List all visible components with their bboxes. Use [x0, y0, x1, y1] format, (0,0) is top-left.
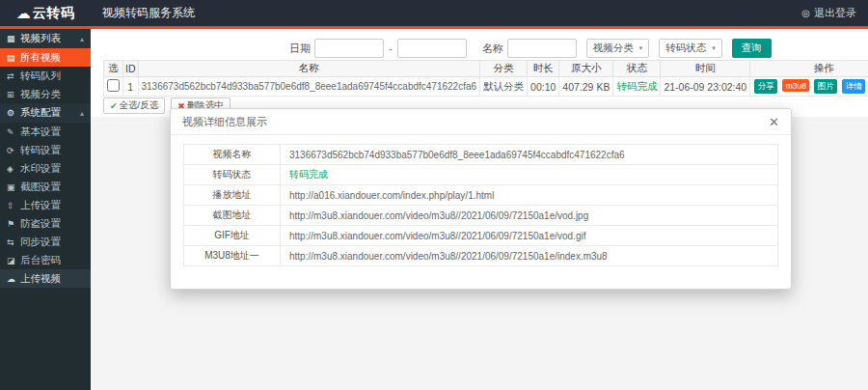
sidebar-item-transcode-queue[interactable]: ⇄ 转码队列	[0, 67, 91, 85]
video-icon: ▦	[7, 34, 20, 43]
video-detail-modal: 视频详细信息展示 ✕ 视频名称 3136673d562bcb74d933ba57…	[170, 108, 792, 290]
date-separator: -	[389, 42, 393, 54]
sidebar-item-label: 所有视频	[20, 51, 84, 65]
name-input[interactable]	[507, 39, 577, 58]
detail-button[interactable]: 详情	[842, 79, 865, 94]
status-select-value: 转码状态	[665, 42, 706, 55]
chevron-up-icon: ▴	[80, 35, 84, 43]
edit-icon: ✎	[7, 127, 20, 137]
detail-label: 转码状态	[184, 165, 281, 185]
detail-row: 播放地址 http://a016.xiandouer.com/index.php…	[184, 185, 778, 206]
sidebar-nav: ▦ 视频列表 ▴ ▤ 所有视频 ⇄ 转码队列 ⊞ 视频分类 ⚙ 系统配置 ▴ ✎…	[0, 29, 91, 390]
sidebar-item-basic-settings[interactable]: ✎ 基本设置	[0, 123, 91, 141]
modal-title: 视频详细信息展示	[182, 115, 267, 129]
detail-row: 截图地址 http://m3u8.xiandouer.com/video/m3u…	[184, 206, 778, 226]
sidebar-item-label: 截图设置	[20, 181, 84, 194]
detail-label: GIF地址	[184, 226, 281, 246]
date-start-input[interactable]	[314, 39, 384, 58]
image-button[interactable]: 图片	[814, 79, 837, 94]
app-window: ☁ 云转码 视频转码服务系统 ◎ 退出登录 ▦ 视频列表 ▴ ▤ 所有视频 ⇄ …	[0, 0, 868, 390]
chevron-down-icon: ▾	[712, 44, 716, 52]
sidebar-item-label: 系统配置	[20, 106, 80, 120]
sidebar-item-transcode-settings[interactable]: ⟳ 转码设置	[0, 141, 91, 159]
sidebar-item-antitheft-settings[interactable]: ⚑ 防盗设置	[0, 214, 91, 233]
detail-value: 转码完成	[281, 165, 778, 185]
row-checkbox[interactable]	[107, 79, 120, 92]
row-time: 21-06-09 23:02:40	[661, 77, 750, 97]
video-list-panel: 日期 - 名称 视频分类 ▾ 转码状态 ▾ 查询	[91, 32, 868, 117]
chevron-down-icon: ▾	[639, 44, 643, 52]
sidebar-item-screenshot-settings[interactable]: ▣ 截图设置	[0, 178, 91, 196]
sidebar-item-label: 转码队列	[20, 70, 84, 83]
date-end-input[interactable]	[397, 39, 467, 58]
sidebar-item-upload-video[interactable]: ☁ 上传视频	[0, 269, 91, 288]
filter-bar: 日期 - 名称 视频分类 ▾ 转码状态 ▾ 查询	[91, 32, 868, 59]
app-logo[interactable]: ☁ 云转码	[0, 0, 91, 28]
detail-label: M3U8地址一	[184, 246, 281, 266]
top-header: ☁ 云转码 视频转码服务系统 ◎ 退出登录	[0, 0, 868, 29]
sidebar-item-label: 转码设置	[20, 144, 84, 157]
select-all-label: 全选/反选	[120, 99, 159, 112]
cloud-upload-icon: ☁	[7, 274, 20, 284]
sidebar-item-system-config[interactable]: ⚙ 系统配置 ▴	[0, 103, 91, 123]
category-select-value: 视频分类	[593, 42, 634, 55]
grid-icon: ⊞	[7, 90, 20, 99]
row-name: 3136673d562bcb74d933ba577b0e6df8_8eee1ad…	[138, 77, 480, 97]
sidebar-item-label: 后台密码	[20, 254, 84, 267]
col-actions: 操作	[750, 61, 868, 77]
sidebar-item-label: 防盗设置	[20, 217, 84, 231]
detail-row: 转码状态 转码完成	[184, 165, 778, 185]
sidebar-item-admin-password[interactable]: ◪ 后台密码	[0, 251, 91, 269]
gear-icon: ⚙	[7, 108, 20, 118]
detail-row: GIF地址 http://m3u8.xiandouer.com/video/m3…	[184, 226, 778, 246]
sidebar-item-label: 上传设置	[20, 199, 84, 212]
image-icon: ▣	[7, 182, 20, 192]
col-time: 时间	[661, 61, 750, 77]
share-button[interactable]: 分享	[754, 79, 777, 94]
m3u8-button[interactable]: m3u8	[782, 79, 809, 92]
modal-body: 视频名称 3136673d562bcb74d933ba577b0e6df8_8e…	[171, 135, 791, 275]
detail-value: http://a016.xiandouer.com/index.php/play…	[281, 185, 778, 206]
sidebar-item-label: 水印设置	[20, 162, 84, 176]
col-select: 选	[104, 61, 123, 77]
sidebar-item-label: 视频分类	[20, 88, 84, 101]
select-all-button[interactable]: ✔ 全选/反选	[103, 98, 165, 114]
detail-row: M3U8地址一 http://m3u8.xiandouer.com/video/…	[184, 246, 778, 266]
sidebar-item-watermark-settings[interactable]: ◈ 水印设置	[0, 159, 91, 178]
logout-label: 退出登录	[814, 6, 856, 20]
detail-value: http://m3u8.xiandouer.com/video/m3u8//20…	[281, 206, 778, 226]
logout-button[interactable]: ◎ 退出登录	[801, 6, 856, 20]
sidebar-item-label: 上传视频	[20, 272, 84, 286]
sidebar-item-all-videos[interactable]: ▤ 所有视频	[0, 48, 91, 67]
cloud-logo-icon: ☁	[16, 6, 31, 20]
check-icon: ✔	[110, 101, 118, 111]
film-icon: ▤	[7, 53, 20, 63]
sidebar-item-upload-settings[interactable]: ⇧ 上传设置	[0, 196, 91, 214]
detail-label: 截图地址	[184, 206, 281, 226]
power-icon: ◎	[801, 8, 810, 18]
search-button[interactable]: 查询	[732, 39, 772, 58]
row-category: 默认分类	[480, 77, 528, 97]
row-size: 407.29 KB	[559, 77, 613, 97]
table-row: 1 3136673d562bcb74d933ba577b0e6df8_8eee1…	[104, 77, 868, 97]
detail-table: 视频名称 3136673d562bcb74d933ba577b0e6df8_8e…	[183, 144, 778, 266]
detail-value: 3136673d562bcb74d933ba577b0e6df8_8eee1ad…	[281, 145, 778, 165]
category-select[interactable]: 视频分类 ▾	[586, 39, 650, 58]
date-label: 日期	[289, 42, 311, 56]
col-size: 原大小	[559, 61, 613, 77]
detail-row: 视频名称 3136673d562bcb74d933ba577b0e6df8_8e…	[184, 145, 778, 165]
sidebar-item-video-category[interactable]: ⊞ 视频分类	[0, 85, 91, 103]
status-select[interactable]: 转码状态 ▾	[659, 39, 722, 58]
table-header-row: 选 ID 名称 分类 时长 原大小 状态 时间 操作	[104, 61, 868, 77]
sidebar-item-label: 同步设置	[20, 236, 84, 249]
name-label: 名称	[482, 42, 503, 56]
col-id: ID	[123, 61, 139, 77]
col-category: 分类	[480, 61, 528, 77]
lock-icon: ◪	[7, 256, 20, 265]
close-icon[interactable]: ✕	[769, 116, 779, 128]
row-actions: 分享 m3u8 图片 详情 删除	[750, 77, 868, 97]
sidebar-item-sync-settings[interactable]: ⇆ 同步设置	[0, 233, 91, 251]
col-name: 名称	[138, 61, 480, 77]
row-id: 1	[123, 77, 139, 97]
sidebar-item-video-list[interactable]: ▦ 视频列表 ▴	[0, 29, 91, 48]
